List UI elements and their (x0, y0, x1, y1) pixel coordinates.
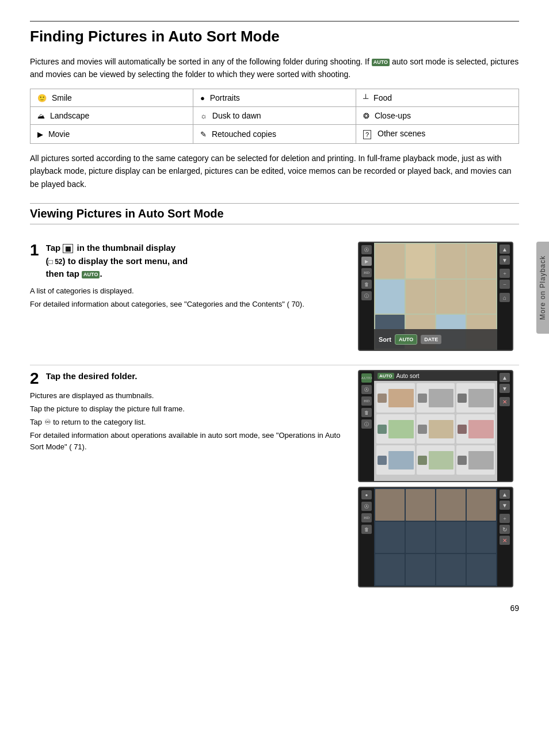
table-cell-retouched: ✎ Retouched copies (193, 125, 356, 144)
s2-cell-7[interactable] (376, 445, 415, 475)
screen3-scrollbar: ▲ ▼ + ↻ ✕ (497, 488, 512, 586)
thumb-5 (375, 280, 405, 314)
s2-cell-icon-2 (418, 394, 427, 403)
s2-close[interactable]: ✕ (500, 397, 510, 406)
s2-cell-icon-9 (458, 456, 467, 465)
sort-btn-date[interactable]: DATE (421, 335, 441, 344)
page-ref-52: □ 52 (49, 258, 63, 266)
step1-left: 1 Tap ▦ in the thumbnail display (□ 52) … (30, 242, 358, 356)
s2-cell-8[interactable] (417, 445, 455, 475)
thumbnail-icon-box: ▦ (63, 244, 73, 253)
step2-right: AUTO Ⓐ HD 🗑 ⓘ AUTO Auto sort (358, 370, 519, 592)
sort-overlay: Sort AUTO DATE (374, 329, 497, 350)
s2-cell-icon-5 (418, 425, 427, 434)
s3-thumb-4 (467, 489, 496, 520)
s3-zoomin[interactable]: + (500, 514, 510, 523)
screen1-sidebar: Ⓐ ▶ HD 🗑 ⓘ (359, 243, 374, 350)
thumb-6 (406, 280, 435, 314)
s2-cell-thumb-9 (468, 451, 494, 469)
closeups-icon: ❂ (363, 112, 369, 120)
s2-scroll-down[interactable]: ▼ (500, 384, 510, 393)
s2-cell-icon-1 (378, 394, 387, 403)
s2-cell-1[interactable] (376, 383, 415, 413)
s3-close[interactable]: ✕ (500, 536, 510, 545)
s2-cell-thumb-1 (388, 389, 414, 407)
table-cell-smile: 🙂 Smile (30, 89, 193, 107)
step2-left: 2 Tap the desired folder. Pictures are d… (30, 370, 358, 455)
step2-note1: Pictures are displayed as thumbnails. (30, 390, 346, 402)
s2-icon4: 🗑 (361, 408, 372, 417)
zoom-in-btn[interactable]: + (500, 269, 510, 278)
s3-up[interactable]: ▲ (500, 490, 510, 499)
description-paragraph: All pictures sorted according to the sam… (30, 152, 519, 190)
movie-icon: ▶ (37, 130, 43, 139)
s2-auto-btn: AUTO (361, 373, 372, 383)
thumb-4 (467, 244, 496, 278)
auto-sort-icon-inline: AUTO (372, 59, 390, 67)
table-row: ⛰ Landscape ☼ Dusk to dawn ❂ Close-ups (30, 107, 519, 125)
page-container: Finding Pictures in Auto Sort Mode Pictu… (0, 0, 549, 624)
cell-label-landscape: Landscape (50, 111, 90, 120)
auto-icon-step1: AUTO (82, 271, 100, 279)
thumb-1 (375, 244, 405, 278)
step2-number: 2 (30, 370, 39, 388)
sort-table: 🙂 Smile ● Portraits ┴ Food ⛰ Landscape (30, 89, 519, 144)
s2-cell-thumb-8 (429, 451, 454, 469)
s2-cell-4[interactable] (376, 414, 415, 444)
landscape-icon: ⛰ (37, 112, 45, 120)
s2-cell-thumb-5 (429, 420, 454, 438)
s3-thumb-1 (375, 489, 405, 520)
camera-screen-2: AUTO Ⓐ HD 🗑 ⓘ AUTO Auto sort (358, 370, 513, 482)
s3-thumb-12 (467, 554, 496, 585)
sort-label: Sort (379, 336, 391, 343)
s2-cell-5[interactable] (417, 414, 455, 444)
table-row: 🙂 Smile ● Portraits ┴ Food (30, 89, 519, 107)
step-1: 1 Tap ▦ in the thumbnail display (□ 52) … (30, 237, 519, 365)
zoom-out-btn[interactable]: − (500, 280, 510, 289)
thumb-7 (436, 280, 466, 314)
screen2-main: AUTO Auto sort (374, 371, 497, 481)
sort-btn-auto[interactable]: AUTO (395, 334, 417, 345)
sidebar-play-icon: ▶ (361, 257, 372, 266)
s3-thumb-6 (406, 522, 435, 553)
portraits-icon: ● (200, 94, 205, 102)
table-cell-landscape: ⛰ Landscape (30, 107, 193, 125)
s2-cell-6[interactable] (456, 414, 495, 444)
table-cell-other: ? Other scenes (356, 125, 519, 144)
step2-instruction: 2 Tap the desired folder. (30, 370, 346, 383)
s2-cell-2[interactable] (417, 383, 455, 413)
s2-cell-icon-7 (378, 456, 387, 465)
step2-note4: For detailed information about operation… (30, 430, 346, 453)
page-number: 69 (510, 604, 519, 613)
s2-cell-thumb-2 (429, 389, 454, 407)
s2-icon2: Ⓐ (361, 385, 372, 394)
s3-back[interactable]: ↻ (500, 525, 510, 534)
s2-cell-9[interactable] (456, 445, 495, 475)
s2-cell-icon-6 (458, 425, 467, 434)
sidebar-camera-icon: Ⓐ (361, 245, 372, 254)
thumb-8 (467, 280, 496, 314)
s3-thumb-10 (406, 554, 435, 585)
screen1-scrollbar: ▲ ▼ + − ⌂ (497, 243, 512, 350)
s2-cell-thumb-3 (468, 389, 494, 407)
home-btn[interactable]: ⌂ (500, 293, 510, 302)
page-title: Finding Pictures in Auto Sort Mode (30, 21, 519, 45)
s2-cell-icon-3 (458, 394, 467, 403)
step1-note2: For detailed information about categorie… (30, 299, 346, 310)
s2-scroll-up[interactable]: ▲ (500, 373, 510, 382)
s3-icon1: ● (361, 490, 372, 499)
scroll-down-btn[interactable]: ▼ (500, 255, 510, 265)
table-cell-closeups: ❂ Close-ups (356, 107, 519, 125)
s3-thumb-7 (436, 522, 466, 553)
scroll-up-btn[interactable]: ▲ (500, 245, 510, 254)
s3-thumb-3 (436, 489, 466, 520)
cell-label-movie: Movie (48, 129, 70, 139)
step1-text: Tap ▦ in the thumbnail display (□ 52) to… (46, 242, 346, 281)
cell-label-dusk: Dusk to dawn (212, 111, 261, 120)
sidebar-info-icon: ⓘ (361, 291, 372, 300)
step1-note1: A list of categories is displayed. (30, 285, 346, 297)
cell-label-smile: Smile (52, 93, 72, 102)
s3-down[interactable]: ▼ (500, 501, 510, 510)
s2-cell-3[interactable] (456, 383, 495, 413)
cell-label-food: Food (373, 93, 392, 102)
